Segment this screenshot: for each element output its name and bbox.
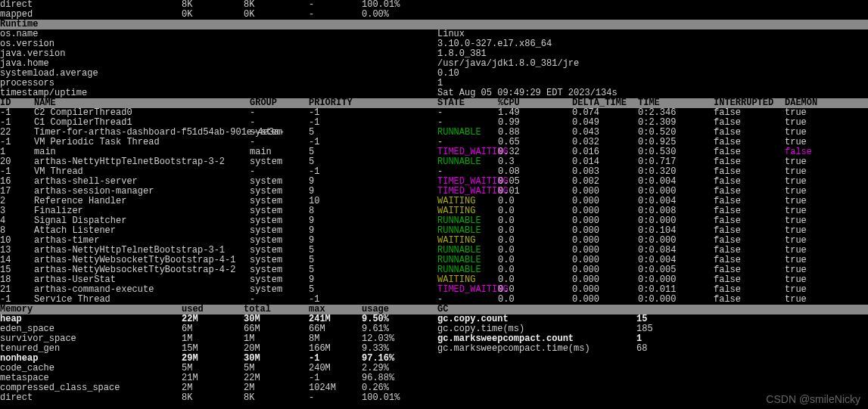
thread-priority: 5 bbox=[309, 147, 437, 157]
thread-group: system bbox=[250, 285, 309, 295]
thread-priority: -1 bbox=[309, 118, 437, 128]
runtime-row: systemload.average0.10 bbox=[0, 69, 868, 79]
mem-usage: 100.01% bbox=[362, 393, 437, 403]
thread-priority: 9 bbox=[309, 275, 437, 285]
top-row: mapped0K0K-0.00% bbox=[0, 10, 868, 20]
thread-priority: 8 bbox=[309, 206, 437, 216]
mem-max: 1024M bbox=[309, 383, 362, 393]
thread-priority: 5 bbox=[309, 246, 437, 256]
thread-name: VM Periodic Task Thread bbox=[34, 138, 250, 147]
thread-cpu: 0.0 bbox=[498, 295, 572, 305]
thread-daemon: true bbox=[785, 295, 830, 305]
memory-header-row: Memory used total max usage GC bbox=[0, 305, 868, 314]
runtime-row: os.nameLinux bbox=[0, 29, 868, 39]
runtime-key: os.version bbox=[0, 39, 437, 49]
runtime-row: os.version3.10.0-327.el7.x86_64 bbox=[0, 39, 868, 49]
gc-value: 185 bbox=[636, 324, 712, 334]
gc-value: 68 bbox=[636, 344, 712, 354]
runtime-key: systemload.average bbox=[0, 69, 437, 79]
mem-total: 8K bbox=[244, 393, 309, 403]
mem-total: 0K bbox=[244, 10, 309, 20]
thread-time: 0:0.000 bbox=[638, 295, 714, 305]
thread-priority: 5 bbox=[309, 128, 437, 138]
thread-priority: -1 bbox=[309, 167, 437, 177]
runtime-row: java.home/usr/java/jdk1.8.0_381/jre bbox=[0, 59, 868, 69]
thread-priority: -1 bbox=[309, 138, 437, 147]
thread-priority: 5 bbox=[309, 256, 437, 265]
memory-row: compressed_class_space2M2M1024M0.26% bbox=[0, 383, 868, 393]
thread-group: system bbox=[250, 128, 309, 138]
runtime-key: timestamp/uptime bbox=[0, 88, 437, 98]
thread-priority: 5 bbox=[309, 285, 437, 295]
gc-value: 1 bbox=[636, 334, 712, 344]
memory-row: direct8K8K-100.01% bbox=[0, 393, 868, 403]
thread-priority: -1 bbox=[309, 108, 437, 118]
thread-priority: 9 bbox=[309, 187, 437, 197]
runtime-value: 3.10.0-327.el7.x86_64 bbox=[437, 39, 868, 49]
mem-name: direct bbox=[0, 393, 182, 403]
thread-priority: 5 bbox=[309, 157, 437, 167]
runtime-value: 0.10 bbox=[437, 69, 868, 79]
gc-value bbox=[636, 393, 712, 403]
runtime-value: /usr/java/jdk1.8.0_381/jre bbox=[437, 59, 868, 69]
gc-name bbox=[437, 373, 636, 383]
thread-group: - bbox=[250, 108, 309, 118]
gc-name bbox=[437, 354, 636, 364]
mem-used: 0K bbox=[182, 10, 244, 20]
gc-name bbox=[437, 383, 636, 393]
mem-max: - bbox=[309, 0, 362, 10]
runtime-header: Runtime bbox=[0, 20, 868, 29]
watermark: CSDN @smileNicky bbox=[766, 395, 860, 403]
memory-row: eden_space6M66M66M9.61%gc.copy.time(ms)1… bbox=[0, 324, 868, 334]
gc-value bbox=[636, 383, 712, 393]
mh-gcv bbox=[636, 305, 712, 314]
thread-priority: 10 bbox=[309, 197, 437, 206]
thread-delta: 0.000 bbox=[572, 295, 638, 305]
thread-state: RUNNABLE bbox=[437, 128, 498, 138]
thread-state: RUNNABLE bbox=[437, 157, 498, 167]
mem-usage: 0.00% bbox=[362, 10, 437, 20]
th-pri: PRIORITY bbox=[309, 98, 437, 108]
memory-row: survivor_space1M1M8M12.03%gc.marksweepco… bbox=[0, 334, 868, 344]
mem-used: 8K bbox=[182, 393, 244, 403]
mh-name: Memory bbox=[0, 305, 182, 314]
thread-row: -1Service Thread--1-0.00.0000:0.000false… bbox=[0, 295, 868, 305]
mem-max: - bbox=[309, 393, 362, 403]
memory-row: code_cache5M5M240M2.29% bbox=[0, 364, 868, 373]
gc-name bbox=[437, 364, 636, 373]
memory-row: heap22M30M241M9.50%gc.copy.count15 bbox=[0, 314, 868, 324]
thread-state: TIMED_WAITING bbox=[437, 285, 498, 295]
thread-priority: 9 bbox=[309, 177, 437, 187]
memory-row: metaspace21M22M-196.88% bbox=[0, 373, 868, 383]
gc-name: gc.marksweepcompact.time(ms) bbox=[437, 344, 636, 354]
th-group: GROUP bbox=[250, 98, 309, 108]
gc-name bbox=[437, 393, 636, 403]
thread-state: - bbox=[437, 108, 498, 118]
runtime-key: os.name bbox=[0, 29, 437, 39]
gc-value bbox=[636, 373, 712, 383]
memory-row: nonheap29M30M-197.16% bbox=[0, 354, 868, 364]
runtime-row: java.version1.8.0_381 bbox=[0, 49, 868, 59]
gc-value bbox=[636, 354, 712, 364]
runtime-key: java.version bbox=[0, 49, 437, 59]
thread-interrupted: false bbox=[714, 295, 785, 305]
runtime-row: processors1 bbox=[0, 79, 868, 88]
thread-priority: 9 bbox=[309, 216, 437, 226]
thread-priority: 9 bbox=[309, 226, 437, 236]
thread-name: Service Thread bbox=[34, 295, 250, 305]
thread-priority: 5 bbox=[309, 265, 437, 275]
memory-row: tenured_gen15M20M166M9.33%gc.marksweepco… bbox=[0, 344, 868, 354]
top-row: direct8K8K-100.01% bbox=[0, 0, 868, 10]
thread-group: system bbox=[250, 157, 309, 167]
th-state: STATE bbox=[437, 98, 498, 108]
gc-value bbox=[636, 364, 712, 373]
mem-max: - bbox=[309, 10, 362, 20]
thread-priority: 9 bbox=[309, 236, 437, 246]
